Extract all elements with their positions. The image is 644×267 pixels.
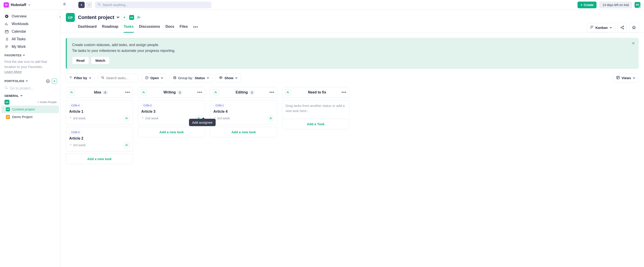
project-search[interactable]: Go to project... (4, 86, 56, 91)
tab-tasks[interactable]: Tasks (124, 23, 134, 33)
add-task-button[interactable]: Add a new task (138, 127, 205, 137)
add-assignee-icon[interactable] (285, 89, 291, 95)
general-header[interactable]: GENERAL (0, 93, 60, 99)
invite-people-link[interactable]: + Invite People (38, 100, 57, 104)
column-menu[interactable]: ••• (197, 90, 202, 95)
bell-icon[interactable] (62, 2, 67, 7)
tab-dashboard[interactable]: Dashboard (78, 23, 97, 33)
search-icon (98, 3, 101, 7)
add-assignee-icon[interactable] (124, 142, 130, 148)
svg-point-4 (138, 16, 139, 17)
presence-indicator (639, 6, 641, 8)
search-icon (101, 76, 104, 80)
add-assignee-icon[interactable] (69, 89, 74, 95)
task-title: Article 3 (141, 110, 202, 114)
tab-discussions[interactable]: Discussions (139, 23, 160, 33)
svg-point-22 (270, 117, 271, 118)
add-member-icon[interactable] (136, 14, 142, 20)
trial-banner[interactable]: 14 days left on trial (599, 1, 632, 8)
bolt-icon[interactable] (122, 14, 128, 20)
chevron-down-icon (161, 76, 163, 80)
onboarding-notice: ✕ Create custom statuses, add tasks, and… (66, 38, 639, 69)
close-icon[interactable]: ✕ (632, 41, 635, 46)
chevron-down-icon (116, 14, 120, 20)
column-menu[interactable]: ••• (270, 90, 274, 95)
task-search[interactable] (98, 74, 138, 82)
svg-point-8 (623, 26, 624, 27)
tab-files[interactable]: Files (180, 23, 188, 33)
svg-point-14 (220, 77, 221, 78)
tab-roadmap[interactable]: Roadmap (102, 23, 118, 33)
task-card[interactable]: CON-4 Article 1 3rd week (66, 100, 133, 125)
chevron-down-icon (633, 76, 635, 80)
project-item[interactable]: CPContent project (1, 106, 59, 113)
chart-icon (4, 22, 9, 26)
nav-back-button[interactable] (78, 2, 85, 8)
nav-all-tasks[interactable]: All Tasks (0, 35, 60, 43)
add-task-button[interactable]: Add a new task (66, 154, 133, 164)
portfolios-header[interactable]: PORTFOLIOS (4, 79, 28, 83)
search-icon (4, 86, 8, 91)
task-card[interactable]: CON-2 Article 3 2nd week (138, 100, 205, 125)
column-title: Writing (164, 90, 176, 94)
read-button[interactable]: Read (72, 57, 89, 64)
notice-line-2: Tie tasks to your milestones to automate… (72, 48, 633, 53)
svg-point-12 (146, 76, 148, 79)
column-menu[interactable]: ••• (342, 90, 346, 95)
nav-overview[interactable]: Overview (0, 12, 60, 20)
tab-docs[interactable]: Docs (166, 23, 174, 33)
workspace-switcher[interactable]: H Hubstaff (4, 2, 60, 7)
help-icon[interactable]: ? (46, 79, 50, 83)
member-avatar[interactable]: AN (129, 15, 134, 20)
nav-workloads[interactable]: Workloads (0, 20, 60, 28)
filter-button[interactable]: Filter by (66, 74, 95, 82)
add-assignee-icon[interactable] (268, 115, 274, 121)
share-button[interactable] (618, 23, 627, 32)
watch-button[interactable]: Watch (91, 57, 110, 64)
chevron-down-icon (26, 79, 28, 83)
add-assignee-icon[interactable] (196, 115, 202, 121)
project-item[interactable]: DPDemo Project (1, 113, 59, 121)
task-card[interactable]: CON-1 Article 4 3rd week (210, 100, 277, 125)
group-by-dropdown[interactable]: Group by: Status (170, 74, 213, 82)
compass-icon (4, 14, 9, 18)
status-filter[interactable]: Open (142, 74, 166, 82)
tab-more[interactable]: ••• (193, 23, 198, 33)
chevron-down-icon (22, 54, 25, 57)
user-menu[interactable]: AN (634, 2, 640, 8)
task-card[interactable]: CON-3 Article 2 3rd week (66, 127, 133, 151)
view-mode-dropdown[interactable]: Kanban (587, 23, 615, 32)
nav-forward-button[interactable] (86, 2, 92, 8)
favorites-header[interactable]: FAVORITES (0, 50, 60, 58)
star-button[interactable] (629, 23, 639, 32)
column-menu[interactable]: ••• (125, 90, 130, 95)
kanban-column: Writing 1 ••• CON-2 Article 3 2nd week A… (138, 87, 205, 164)
add-assignee-icon[interactable] (141, 89, 147, 95)
column-count: 2 (103, 91, 108, 94)
show-dropdown[interactable]: Show (216, 73, 241, 82)
learn-more-link[interactable]: Learn More (4, 70, 22, 74)
chevron-down-icon (235, 76, 238, 80)
nav-my-work[interactable]: My Work (0, 43, 60, 50)
add-task-button[interactable]: Add a new task (210, 127, 277, 137)
empty-column-hint: Drag tasks from another status or add a … (282, 100, 349, 116)
svg-point-9 (621, 27, 622, 28)
views-button[interactable]: Views (613, 73, 639, 82)
add-assignee-icon[interactable] (124, 115, 130, 121)
nav-calendar[interactable]: Calendar (0, 28, 60, 35)
add-task-button[interactable]: Add a Task (282, 119, 349, 129)
svg-rect-5 (590, 26, 591, 29)
add-portfolio-button[interactable]: + (52, 78, 57, 84)
create-button[interactable]: + Create (578, 1, 597, 8)
favorites-hint: Find the star icon to add that location … (0, 58, 60, 75)
column-header: Writing 1 ••• (138, 87, 205, 98)
task-title: Article 2 (69, 136, 130, 140)
task-search-input[interactable] (106, 76, 135, 80)
kanban-column: Need to fix ••• Drag tasks from another … (282, 87, 349, 164)
stack-icon (173, 76, 176, 80)
global-search[interactable]: Search anything... (95, 1, 212, 8)
project-title[interactable]: Content project AN (78, 14, 142, 20)
add-assignee-icon[interactable] (213, 89, 219, 95)
task-title: Article 1 (69, 110, 130, 114)
column-title: Need to fix (308, 90, 326, 94)
